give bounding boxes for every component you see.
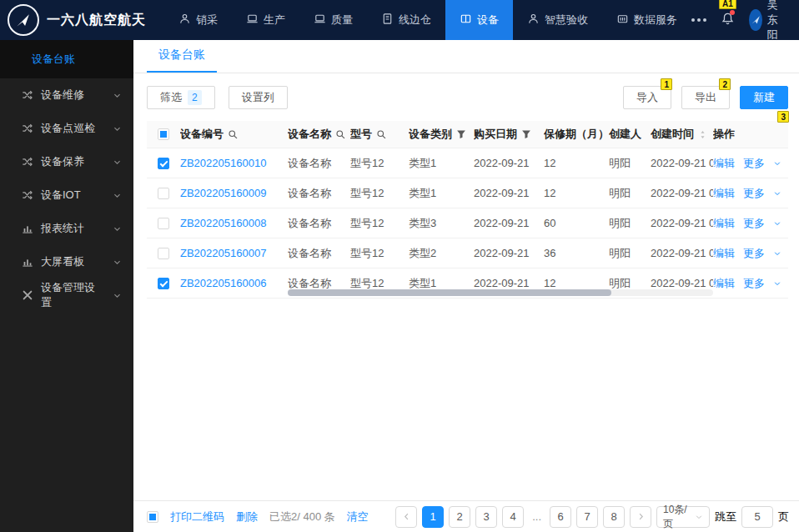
page-button-8[interactable]: 8 [603, 506, 625, 528]
table-row: ZB202205160007 设备名称 型号12 类型2 2022-09-21 … [147, 238, 788, 269]
horizontal-scrollbar-track[interactable] [288, 289, 713, 296]
row-checkbox[interactable] [158, 188, 169, 199]
row-checkbox[interactable] [158, 278, 169, 289]
equipment-code-link[interactable]: ZB202205160008 [180, 217, 266, 229]
next-page-button[interactable] [630, 506, 651, 528]
clear-selection-button[interactable]: 清空 [347, 509, 369, 524]
edit-link[interactable]: 编辑 [713, 246, 735, 261]
chevron-down-icon [695, 513, 703, 521]
tab-equipment-ledger[interactable]: 设备台账 [147, 48, 217, 73]
import-button[interactable]: 导入 1 [623, 86, 671, 109]
app-logo [8, 4, 39, 36]
nav-item-quality[interactable]: 质量 [299, 0, 367, 40]
edit-link[interactable]: 编辑 [713, 186, 735, 201]
prev-page-button[interactable] [395, 506, 417, 528]
export-button[interactable]: 导出 2 [681, 86, 730, 109]
set-columns-button[interactable]: 设置列 [229, 86, 288, 109]
nav-item-equipment[interactable]: 设备 [445, 0, 513, 40]
page-button-6[interactable]: 6 [550, 506, 571, 528]
edit-link[interactable]: 编辑 [713, 156, 735, 171]
nav-item-production[interactable]: 生产 [232, 0, 299, 40]
footer-select-checkbox[interactable] [147, 511, 158, 523]
row-checkbox[interactable] [158, 158, 169, 169]
footer-bar: 打印二维码 删除 已选2/ 400 条 清空 1 2 3 4 ... 6 7 8… [133, 500, 799, 532]
chevron-down-icon [113, 91, 122, 100]
user-name: 吴东阳 [767, 0, 786, 43]
edit-link[interactable]: 编辑 [713, 276, 735, 291]
sidebar-item-equipment-inspection[interactable]: 设备点巡检 [0, 112, 133, 145]
create-button[interactable]: 新建 3 [740, 86, 788, 109]
search-icon[interactable] [335, 129, 346, 140]
equipment-code-link[interactable]: ZB202205160009 [180, 187, 266, 199]
bank-icon [616, 13, 629, 28]
more-menu-icon[interactable] [691, 18, 706, 22]
chevron-down-icon[interactable] [773, 249, 781, 258]
page-size-select[interactable]: 10条/页 [656, 506, 710, 528]
sidebar-item-report-statistics[interactable]: 报表统计 [0, 212, 133, 245]
chevron-down-icon[interactable] [773, 159, 781, 168]
search-icon[interactable] [228, 129, 239, 140]
sidebar-item-equipment-ledger[interactable]: 设备台账 [0, 40, 133, 78]
chevron-down-icon [113, 258, 122, 267]
laptop-icon [314, 13, 326, 28]
sidebar-item-equipment-iot[interactable]: 设备IOT [0, 178, 133, 212]
row-checkbox[interactable] [158, 248, 169, 259]
user-menu[interactable]: 吴东阳 [749, 0, 786, 43]
filter-button[interactable]: 筛选 2 [147, 86, 215, 109]
shuffle-icon [22, 123, 33, 134]
page-button-4[interactable]: 4 [502, 506, 524, 528]
nav-item-smart-acceptance[interactable]: 智慧验收 [513, 0, 602, 40]
page-button-3[interactable]: 3 [475, 506, 497, 528]
sidebar-item-equipment-maintenance[interactable]: 设备保养 [0, 145, 133, 178]
page-button-2[interactable]: 2 [449, 506, 470, 528]
chevron-down-icon [113, 124, 122, 133]
more-link[interactable]: 更多 [743, 246, 765, 261]
filter-count-badge: 2 [188, 90, 202, 105]
more-link[interactable]: 更多 [743, 186, 765, 201]
equipment-code-link[interactable]: ZB202205160006 [180, 277, 266, 289]
chart-icon [22, 256, 33, 268]
sidebar-item-equipment-settings[interactable]: 设备管理设置 [0, 279, 133, 312]
sort-icon[interactable] [698, 129, 707, 140]
chevron-down-icon[interactable] [773, 189, 781, 198]
row-checkbox[interactable] [158, 218, 169, 229]
page-ellipsis[interactable]: ... [529, 506, 545, 528]
annotation-badge-a1: A1 [719, 0, 736, 9]
brand-title: 一六八航空航天 [47, 12, 146, 29]
search-icon[interactable] [376, 129, 387, 140]
equipment-code-link[interactable]: ZB202205160010 [180, 157, 266, 169]
more-link[interactable]: 更多 [743, 276, 765, 291]
nav-item-lineside-warehouse[interactable]: 线边仓 [367, 0, 445, 40]
chevron-down-icon [113, 158, 122, 167]
chart-icon [22, 223, 33, 234]
shuffle-icon [22, 156, 33, 168]
horizontal-scrollbar-thumb[interactable] [288, 289, 611, 296]
more-link[interactable]: 更多 [743, 156, 765, 171]
table-row: ZB202205160008 设备名称 型号12 类型3 2022-09-21 … [147, 208, 788, 238]
selected-count-text: 已选2/ 400 条 [269, 509, 335, 524]
nav-item-sales[interactable]: 销采 [164, 0, 232, 40]
sidebar-item-dashboard-screen[interactable]: 大屏看板 [0, 245, 133, 279]
equipment-code-link[interactable]: ZB202205160007 [180, 247, 266, 259]
notification-bell[interactable]: A1 [721, 12, 735, 29]
sidebar-item-equipment-repair[interactable]: 设备维修 [0, 78, 133, 112]
filter-funnel-icon[interactable] [456, 129, 466, 139]
chevron-down-icon[interactable] [773, 219, 781, 228]
more-link[interactable]: 更多 [743, 216, 765, 231]
chevron-down-icon[interactable] [773, 279, 781, 288]
nav-item-data-service[interactable]: 数据服务 [602, 0, 691, 40]
jump-page-input[interactable] [741, 506, 773, 528]
jump-to-label: 跳至 [715, 509, 736, 524]
chevron-down-icon [113, 224, 122, 233]
filter-funnel-icon[interactable] [521, 129, 531, 139]
page-unit-label: 页 [778, 509, 789, 524]
chevron-down-icon [113, 191, 122, 200]
delete-button[interactable]: 删除 [236, 509, 258, 524]
select-all-checkbox[interactable] [158, 128, 169, 140]
print-qr-button[interactable]: 打印二维码 [170, 509, 224, 524]
page-button-7[interactable]: 7 [576, 506, 598, 528]
avatar [749, 9, 762, 31]
page-button-1[interactable]: 1 [422, 506, 444, 528]
edit-link[interactable]: 编辑 [713, 216, 735, 231]
shuffle-icon [22, 189, 33, 201]
